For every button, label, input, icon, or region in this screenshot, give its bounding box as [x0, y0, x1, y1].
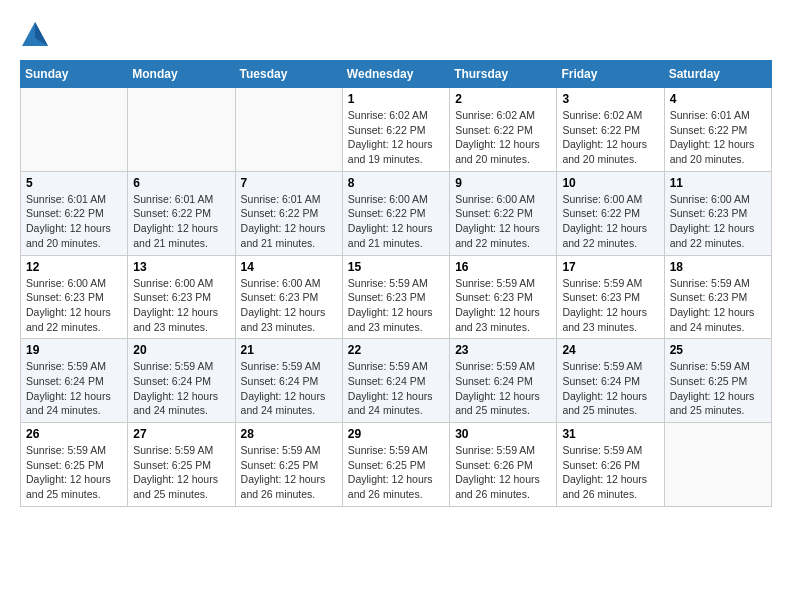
day-number: 27 — [133, 427, 229, 441]
day-number: 13 — [133, 260, 229, 274]
calendar-cell: 4Sunrise: 6:01 AM Sunset: 6:22 PM Daylig… — [664, 88, 771, 172]
day-number: 8 — [348, 176, 444, 190]
calendar-cell — [128, 88, 235, 172]
calendar-week-row: 1Sunrise: 6:02 AM Sunset: 6:22 PM Daylig… — [21, 88, 772, 172]
day-number: 31 — [562, 427, 658, 441]
day-info: Sunrise: 6:00 AM Sunset: 6:23 PM Dayligh… — [133, 276, 229, 335]
calendar-cell: 9Sunrise: 6:00 AM Sunset: 6:22 PM Daylig… — [450, 171, 557, 255]
day-info: Sunrise: 5:59 AM Sunset: 6:23 PM Dayligh… — [348, 276, 444, 335]
day-number: 21 — [241, 343, 337, 357]
calendar-week-row: 19Sunrise: 5:59 AM Sunset: 6:24 PM Dayli… — [21, 339, 772, 423]
calendar-cell: 22Sunrise: 5:59 AM Sunset: 6:24 PM Dayli… — [342, 339, 449, 423]
day-info: Sunrise: 5:59 AM Sunset: 6:26 PM Dayligh… — [455, 443, 551, 502]
day-number: 1 — [348, 92, 444, 106]
weekday-row: SundayMondayTuesdayWednesdayThursdayFrid… — [21, 61, 772, 88]
calendar-cell: 27Sunrise: 5:59 AM Sunset: 6:25 PM Dayli… — [128, 423, 235, 507]
weekday-header: Sunday — [21, 61, 128, 88]
day-info: Sunrise: 6:00 AM Sunset: 6:23 PM Dayligh… — [670, 192, 766, 251]
day-info: Sunrise: 6:00 AM Sunset: 6:22 PM Dayligh… — [348, 192, 444, 251]
weekday-header: Monday — [128, 61, 235, 88]
day-number: 19 — [26, 343, 122, 357]
day-number: 23 — [455, 343, 551, 357]
calendar-cell: 13Sunrise: 6:00 AM Sunset: 6:23 PM Dayli… — [128, 255, 235, 339]
day-info: Sunrise: 5:59 AM Sunset: 6:23 PM Dayligh… — [670, 276, 766, 335]
calendar-cell: 10Sunrise: 6:00 AM Sunset: 6:22 PM Dayli… — [557, 171, 664, 255]
day-info: Sunrise: 6:02 AM Sunset: 6:22 PM Dayligh… — [455, 108, 551, 167]
calendar-cell: 17Sunrise: 5:59 AM Sunset: 6:23 PM Dayli… — [557, 255, 664, 339]
calendar-cell: 18Sunrise: 5:59 AM Sunset: 6:23 PM Dayli… — [664, 255, 771, 339]
day-number: 3 — [562, 92, 658, 106]
day-number: 6 — [133, 176, 229, 190]
day-number: 12 — [26, 260, 122, 274]
calendar-week-row: 5Sunrise: 6:01 AM Sunset: 6:22 PM Daylig… — [21, 171, 772, 255]
day-number: 2 — [455, 92, 551, 106]
day-number: 9 — [455, 176, 551, 190]
day-info: Sunrise: 5:59 AM Sunset: 6:25 PM Dayligh… — [348, 443, 444, 502]
day-number: 7 — [241, 176, 337, 190]
weekday-header: Tuesday — [235, 61, 342, 88]
day-info: Sunrise: 5:59 AM Sunset: 6:24 PM Dayligh… — [455, 359, 551, 418]
day-info: Sunrise: 5:59 AM Sunset: 6:25 PM Dayligh… — [670, 359, 766, 418]
day-info: Sunrise: 5:59 AM Sunset: 6:25 PM Dayligh… — [133, 443, 229, 502]
calendar-cell: 11Sunrise: 6:00 AM Sunset: 6:23 PM Dayli… — [664, 171, 771, 255]
day-info: Sunrise: 5:59 AM Sunset: 6:24 PM Dayligh… — [562, 359, 658, 418]
day-number: 14 — [241, 260, 337, 274]
calendar-cell: 23Sunrise: 5:59 AM Sunset: 6:24 PM Dayli… — [450, 339, 557, 423]
calendar-table: SundayMondayTuesdayWednesdayThursdayFrid… — [20, 60, 772, 507]
calendar-body: 1Sunrise: 6:02 AM Sunset: 6:22 PM Daylig… — [21, 88, 772, 507]
day-info: Sunrise: 6:02 AM Sunset: 6:22 PM Dayligh… — [562, 108, 658, 167]
calendar-cell — [21, 88, 128, 172]
day-number: 29 — [348, 427, 444, 441]
calendar-cell: 3Sunrise: 6:02 AM Sunset: 6:22 PM Daylig… — [557, 88, 664, 172]
day-info: Sunrise: 6:00 AM Sunset: 6:22 PM Dayligh… — [455, 192, 551, 251]
day-info: Sunrise: 6:00 AM Sunset: 6:22 PM Dayligh… — [562, 192, 658, 251]
day-number: 30 — [455, 427, 551, 441]
day-number: 28 — [241, 427, 337, 441]
calendar-cell: 15Sunrise: 5:59 AM Sunset: 6:23 PM Dayli… — [342, 255, 449, 339]
calendar-cell: 20Sunrise: 5:59 AM Sunset: 6:24 PM Dayli… — [128, 339, 235, 423]
day-info: Sunrise: 5:59 AM Sunset: 6:23 PM Dayligh… — [455, 276, 551, 335]
day-number: 20 — [133, 343, 229, 357]
calendar-cell: 31Sunrise: 5:59 AM Sunset: 6:26 PM Dayli… — [557, 423, 664, 507]
day-info: Sunrise: 6:01 AM Sunset: 6:22 PM Dayligh… — [133, 192, 229, 251]
calendar-cell: 5Sunrise: 6:01 AM Sunset: 6:22 PM Daylig… — [21, 171, 128, 255]
calendar-cell: 28Sunrise: 5:59 AM Sunset: 6:25 PM Dayli… — [235, 423, 342, 507]
page-header — [20, 20, 772, 50]
calendar-cell: 12Sunrise: 6:00 AM Sunset: 6:23 PM Dayli… — [21, 255, 128, 339]
day-info: Sunrise: 5:59 AM Sunset: 6:24 PM Dayligh… — [348, 359, 444, 418]
day-number: 16 — [455, 260, 551, 274]
calendar-cell: 19Sunrise: 5:59 AM Sunset: 6:24 PM Dayli… — [21, 339, 128, 423]
calendar-cell: 25Sunrise: 5:59 AM Sunset: 6:25 PM Dayli… — [664, 339, 771, 423]
weekday-header: Thursday — [450, 61, 557, 88]
day-info: Sunrise: 6:00 AM Sunset: 6:23 PM Dayligh… — [26, 276, 122, 335]
day-info: Sunrise: 5:59 AM Sunset: 6:25 PM Dayligh… — [241, 443, 337, 502]
calendar-cell — [664, 423, 771, 507]
calendar-cell: 30Sunrise: 5:59 AM Sunset: 6:26 PM Dayli… — [450, 423, 557, 507]
calendar-cell: 7Sunrise: 6:01 AM Sunset: 6:22 PM Daylig… — [235, 171, 342, 255]
day-number: 11 — [670, 176, 766, 190]
logo — [20, 20, 54, 50]
day-info: Sunrise: 6:02 AM Sunset: 6:22 PM Dayligh… — [348, 108, 444, 167]
day-info: Sunrise: 5:59 AM Sunset: 6:24 PM Dayligh… — [26, 359, 122, 418]
day-info: Sunrise: 5:59 AM Sunset: 6:26 PM Dayligh… — [562, 443, 658, 502]
day-info: Sunrise: 6:00 AM Sunset: 6:23 PM Dayligh… — [241, 276, 337, 335]
day-number: 5 — [26, 176, 122, 190]
calendar-week-row: 12Sunrise: 6:00 AM Sunset: 6:23 PM Dayli… — [21, 255, 772, 339]
day-info: Sunrise: 5:59 AM Sunset: 6:23 PM Dayligh… — [562, 276, 658, 335]
calendar-cell: 21Sunrise: 5:59 AM Sunset: 6:24 PM Dayli… — [235, 339, 342, 423]
day-number: 25 — [670, 343, 766, 357]
day-number: 15 — [348, 260, 444, 274]
day-number: 10 — [562, 176, 658, 190]
calendar-cell: 6Sunrise: 6:01 AM Sunset: 6:22 PM Daylig… — [128, 171, 235, 255]
day-number: 26 — [26, 427, 122, 441]
day-info: Sunrise: 6:01 AM Sunset: 6:22 PM Dayligh… — [26, 192, 122, 251]
day-info: Sunrise: 5:59 AM Sunset: 6:24 PM Dayligh… — [241, 359, 337, 418]
day-info: Sunrise: 6:01 AM Sunset: 6:22 PM Dayligh… — [670, 108, 766, 167]
day-info: Sunrise: 5:59 AM Sunset: 6:24 PM Dayligh… — [133, 359, 229, 418]
calendar-cell: 26Sunrise: 5:59 AM Sunset: 6:25 PM Dayli… — [21, 423, 128, 507]
day-info: Sunrise: 5:59 AM Sunset: 6:25 PM Dayligh… — [26, 443, 122, 502]
calendar-header: SundayMondayTuesdayWednesdayThursdayFrid… — [21, 61, 772, 88]
calendar-cell: 1Sunrise: 6:02 AM Sunset: 6:22 PM Daylig… — [342, 88, 449, 172]
day-number: 17 — [562, 260, 658, 274]
weekday-header: Wednesday — [342, 61, 449, 88]
